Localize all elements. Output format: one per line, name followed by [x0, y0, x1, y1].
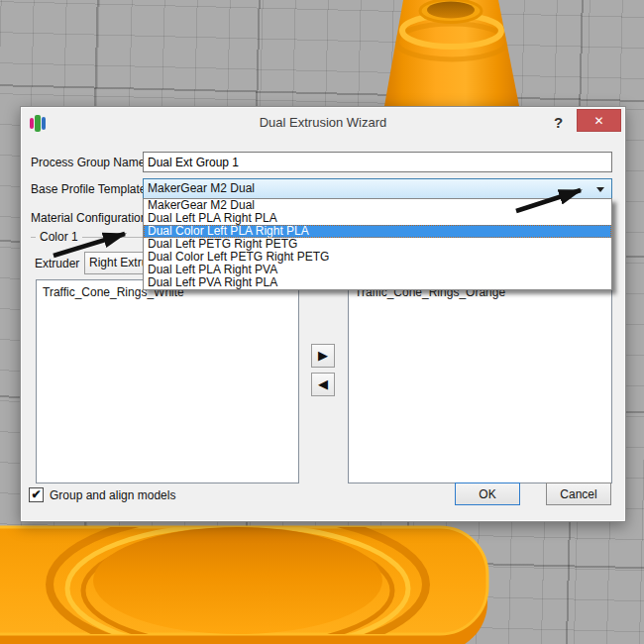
traffic-cone-base — [0, 512, 487, 644]
move-left-button[interactable]: ◀ — [311, 373, 335, 396]
process-group-name-input[interactable] — [143, 152, 612, 172]
base-profile-template-label: Base Profile Template — [31, 182, 147, 196]
dropdown-option[interactable]: Dual Left PETG Right PETG — [144, 238, 611, 251]
dropdown-option[interactable]: Dual Left PLA Right PVA — [144, 264, 611, 276]
dropdown-option[interactable]: MakerGear M2 Dual — [144, 199, 611, 212]
cancel-button[interactable]: Cancel — [546, 483, 611, 505]
dialog-title: Dual Extrusion Wizard — [21, 115, 625, 130]
dual-extrusion-wizard-dialog: Dual Extrusion Wizard ? ✕ Process Group … — [20, 106, 626, 522]
dropdown-option[interactable]: Dual Left PVA Right PLA — [144, 276, 611, 289]
titlebar[interactable]: Dual Extrusion Wizard ? ✕ — [21, 107, 625, 139]
base-profile-template-combobox[interactable]: MakerGear M2 Dual — [143, 178, 612, 199]
extruder-label: Extruder — [35, 257, 79, 270]
ok-button[interactable]: OK — [455, 483, 520, 505]
checkmark-icon: ✔ — [30, 488, 43, 501]
group-align-label: Group and align models — [50, 488, 175, 502]
profile-dropdown-list[interactable]: MakerGear M2 DualDual Left PLA Right PLA… — [143, 198, 612, 290]
group-align-checkbox[interactable]: ✔ — [29, 487, 44, 502]
left-model-list[interactable]: Traffic_Cone_Rings_White — [36, 279, 299, 483]
right-model-list[interactable]: Traffic_Cone_Rings_Orange — [348, 279, 612, 483]
dropdown-option[interactable]: Dual Color Left PETG Right PETG — [144, 251, 611, 264]
screen: Dual Extrusion Wizard ? ✕ Process Group … — [0, 0, 644, 644]
process-group-name-label: Process Group Name — [31, 156, 145, 169]
dropdown-option[interactable]: Dual Color Left PLA Right PLA — [144, 225, 611, 238]
close-button[interactable]: ✕ — [577, 109, 621, 132]
help-button[interactable]: ? — [548, 112, 564, 132]
move-right-button[interactable]: ▶ — [311, 344, 335, 368]
dropdown-option[interactable]: Dual Left PLA Right PLA — [144, 212, 611, 225]
traffic-cone-top — [384, 0, 519, 106]
combobox-value: MakerGear M2 Dual — [148, 181, 255, 195]
color1-group-label: Color 1 — [36, 230, 82, 244]
material-configuration-label: Material Configuration — [31, 211, 147, 225]
dropdown-arrow-icon[interactable] — [596, 187, 604, 192]
